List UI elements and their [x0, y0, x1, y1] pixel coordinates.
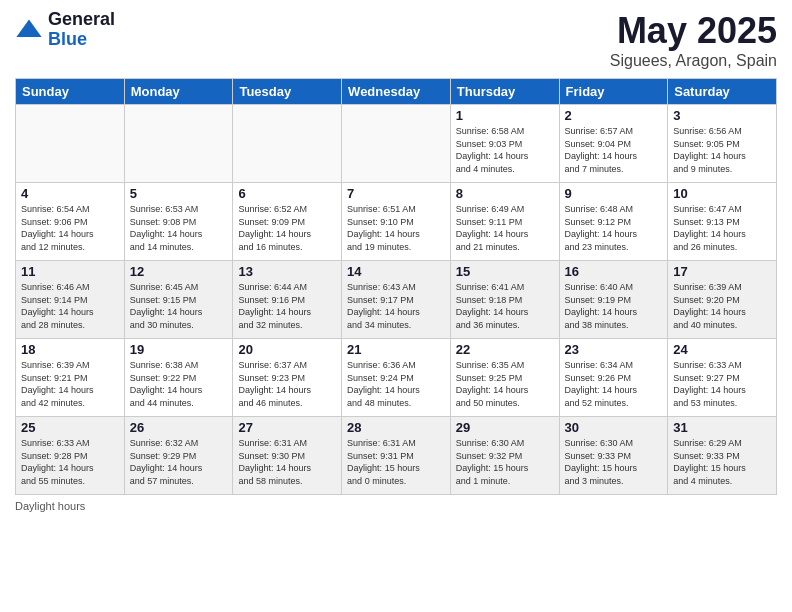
- day-number: 17: [673, 264, 771, 279]
- table-row: [342, 105, 451, 183]
- table-row: 8Sunrise: 6:49 AM Sunset: 9:11 PM Daylig…: [450, 183, 559, 261]
- day-number: 9: [565, 186, 663, 201]
- day-number: 12: [130, 264, 228, 279]
- day-info: Sunrise: 6:44 AM Sunset: 9:16 PM Dayligh…: [238, 281, 336, 331]
- table-row: 22Sunrise: 6:35 AM Sunset: 9:25 PM Dayli…: [450, 339, 559, 417]
- table-row: 3Sunrise: 6:56 AM Sunset: 9:05 PM Daylig…: [668, 105, 777, 183]
- calendar-table: Sunday Monday Tuesday Wednesday Thursday…: [15, 78, 777, 495]
- table-row: 18Sunrise: 6:39 AM Sunset: 9:21 PM Dayli…: [16, 339, 125, 417]
- day-number: 1: [456, 108, 554, 123]
- day-info: Sunrise: 6:35 AM Sunset: 9:25 PM Dayligh…: [456, 359, 554, 409]
- day-info: Sunrise: 6:34 AM Sunset: 9:26 PM Dayligh…: [565, 359, 663, 409]
- day-number: 28: [347, 420, 445, 435]
- table-row: 19Sunrise: 6:38 AM Sunset: 9:22 PM Dayli…: [124, 339, 233, 417]
- day-info: Sunrise: 6:33 AM Sunset: 9:27 PM Dayligh…: [673, 359, 771, 409]
- day-info: Sunrise: 6:47 AM Sunset: 9:13 PM Dayligh…: [673, 203, 771, 253]
- day-number: 5: [130, 186, 228, 201]
- day-info: Sunrise: 6:49 AM Sunset: 9:11 PM Dayligh…: [456, 203, 554, 253]
- day-number: 6: [238, 186, 336, 201]
- table-row: 16Sunrise: 6:40 AM Sunset: 9:19 PM Dayli…: [559, 261, 668, 339]
- day-info: Sunrise: 6:30 AM Sunset: 9:33 PM Dayligh…: [565, 437, 663, 487]
- day-info: Sunrise: 6:37 AM Sunset: 9:23 PM Dayligh…: [238, 359, 336, 409]
- table-row: [16, 105, 125, 183]
- day-info: Sunrise: 6:38 AM Sunset: 9:22 PM Dayligh…: [130, 359, 228, 409]
- day-info: Sunrise: 6:51 AM Sunset: 9:10 PM Dayligh…: [347, 203, 445, 253]
- day-number: 3: [673, 108, 771, 123]
- day-number: 23: [565, 342, 663, 357]
- logo-icon: [15, 16, 43, 44]
- table-row: 12Sunrise: 6:45 AM Sunset: 9:15 PM Dayli…: [124, 261, 233, 339]
- table-row: 15Sunrise: 6:41 AM Sunset: 9:18 PM Dayli…: [450, 261, 559, 339]
- col-wednesday: Wednesday: [342, 79, 451, 105]
- col-monday: Monday: [124, 79, 233, 105]
- table-row: 31Sunrise: 6:29 AM Sunset: 9:33 PM Dayli…: [668, 417, 777, 495]
- table-row: 6Sunrise: 6:52 AM Sunset: 9:09 PM Daylig…: [233, 183, 342, 261]
- table-row: 7Sunrise: 6:51 AM Sunset: 9:10 PM Daylig…: [342, 183, 451, 261]
- col-thursday: Thursday: [450, 79, 559, 105]
- day-info: Sunrise: 6:56 AM Sunset: 9:05 PM Dayligh…: [673, 125, 771, 175]
- table-row: [233, 105, 342, 183]
- month-title: May 2025: [610, 10, 777, 52]
- table-row: 4Sunrise: 6:54 AM Sunset: 9:06 PM Daylig…: [16, 183, 125, 261]
- col-tuesday: Tuesday: [233, 79, 342, 105]
- table-row: 5Sunrise: 6:53 AM Sunset: 9:08 PM Daylig…: [124, 183, 233, 261]
- table-row: 25Sunrise: 6:33 AM Sunset: 9:28 PM Dayli…: [16, 417, 125, 495]
- header: General Blue May 2025 Siguees, Aragon, S…: [15, 10, 777, 70]
- day-info: Sunrise: 6:31 AM Sunset: 9:31 PM Dayligh…: [347, 437, 445, 487]
- table-row: 14Sunrise: 6:43 AM Sunset: 9:17 PM Dayli…: [342, 261, 451, 339]
- logo-text: General Blue: [48, 10, 115, 50]
- day-number: 27: [238, 420, 336, 435]
- day-number: 10: [673, 186, 771, 201]
- table-row: 20Sunrise: 6:37 AM Sunset: 9:23 PM Dayli…: [233, 339, 342, 417]
- day-number: 22: [456, 342, 554, 357]
- day-info: Sunrise: 6:53 AM Sunset: 9:08 PM Dayligh…: [130, 203, 228, 253]
- day-info: Sunrise: 6:48 AM Sunset: 9:12 PM Dayligh…: [565, 203, 663, 253]
- logo-blue: Blue: [48, 30, 115, 50]
- table-row: 26Sunrise: 6:32 AM Sunset: 9:29 PM Dayli…: [124, 417, 233, 495]
- day-info: Sunrise: 6:52 AM Sunset: 9:09 PM Dayligh…: [238, 203, 336, 253]
- table-row: 27Sunrise: 6:31 AM Sunset: 9:30 PM Dayli…: [233, 417, 342, 495]
- day-number: 26: [130, 420, 228, 435]
- day-info: Sunrise: 6:40 AM Sunset: 9:19 PM Dayligh…: [565, 281, 663, 331]
- footer-note: Daylight hours: [15, 500, 777, 512]
- calendar-body: 1Sunrise: 6:58 AM Sunset: 9:03 PM Daylig…: [16, 105, 777, 495]
- col-sunday: Sunday: [16, 79, 125, 105]
- day-number: 14: [347, 264, 445, 279]
- day-number: 29: [456, 420, 554, 435]
- day-number: 4: [21, 186, 119, 201]
- day-info: Sunrise: 6:45 AM Sunset: 9:15 PM Dayligh…: [130, 281, 228, 331]
- day-number: 20: [238, 342, 336, 357]
- day-number: 30: [565, 420, 663, 435]
- day-info: Sunrise: 6:54 AM Sunset: 9:06 PM Dayligh…: [21, 203, 119, 253]
- table-row: 10Sunrise: 6:47 AM Sunset: 9:13 PM Dayli…: [668, 183, 777, 261]
- day-number: 15: [456, 264, 554, 279]
- table-row: 29Sunrise: 6:30 AM Sunset: 9:32 PM Dayli…: [450, 417, 559, 495]
- page: General Blue May 2025 Siguees, Aragon, S…: [0, 0, 792, 612]
- table-row: 11Sunrise: 6:46 AM Sunset: 9:14 PM Dayli…: [16, 261, 125, 339]
- table-row: 21Sunrise: 6:36 AM Sunset: 9:24 PM Dayli…: [342, 339, 451, 417]
- table-row: 13Sunrise: 6:44 AM Sunset: 9:16 PM Dayli…: [233, 261, 342, 339]
- day-info: Sunrise: 6:46 AM Sunset: 9:14 PM Dayligh…: [21, 281, 119, 331]
- day-info: Sunrise: 6:32 AM Sunset: 9:29 PM Dayligh…: [130, 437, 228, 487]
- day-info: Sunrise: 6:43 AM Sunset: 9:17 PM Dayligh…: [347, 281, 445, 331]
- calendar-week-row: 11Sunrise: 6:46 AM Sunset: 9:14 PM Dayli…: [16, 261, 777, 339]
- table-row: 28Sunrise: 6:31 AM Sunset: 9:31 PM Dayli…: [342, 417, 451, 495]
- day-number: 11: [21, 264, 119, 279]
- calendar-week-row: 1Sunrise: 6:58 AM Sunset: 9:03 PM Daylig…: [16, 105, 777, 183]
- day-number: 21: [347, 342, 445, 357]
- table-row: 23Sunrise: 6:34 AM Sunset: 9:26 PM Dayli…: [559, 339, 668, 417]
- table-row: 24Sunrise: 6:33 AM Sunset: 9:27 PM Dayli…: [668, 339, 777, 417]
- day-info: Sunrise: 6:33 AM Sunset: 9:28 PM Dayligh…: [21, 437, 119, 487]
- calendar-week-row: 25Sunrise: 6:33 AM Sunset: 9:28 PM Dayli…: [16, 417, 777, 495]
- title-block: May 2025 Siguees, Aragon, Spain: [610, 10, 777, 70]
- table-row: [124, 105, 233, 183]
- logo: General Blue: [15, 10, 115, 50]
- day-info: Sunrise: 6:41 AM Sunset: 9:18 PM Dayligh…: [456, 281, 554, 331]
- day-number: 18: [21, 342, 119, 357]
- calendar-week-row: 18Sunrise: 6:39 AM Sunset: 9:21 PM Dayli…: [16, 339, 777, 417]
- day-info: Sunrise: 6:36 AM Sunset: 9:24 PM Dayligh…: [347, 359, 445, 409]
- calendar-header-row: Sunday Monday Tuesday Wednesday Thursday…: [16, 79, 777, 105]
- day-info: Sunrise: 6:30 AM Sunset: 9:32 PM Dayligh…: [456, 437, 554, 487]
- calendar-week-row: 4Sunrise: 6:54 AM Sunset: 9:06 PM Daylig…: [16, 183, 777, 261]
- day-number: 31: [673, 420, 771, 435]
